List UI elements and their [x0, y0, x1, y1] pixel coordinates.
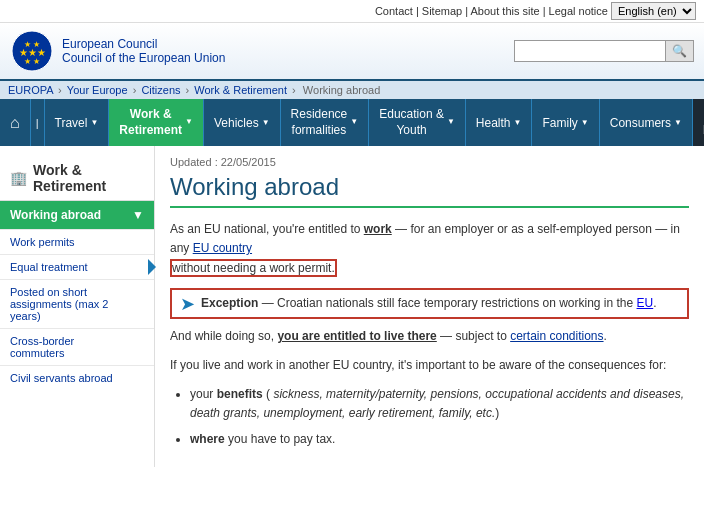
nav-work-retirement[interactable]: Work &Retirement ▼: [109, 99, 204, 146]
sidebar-posted-assignments[interactable]: Posted on shortassignments (max 2years): [0, 279, 154, 328]
nav-health[interactable]: Health ▼: [466, 99, 533, 146]
logo-area: ★★★ ★ ★ ★ ★ European Council Council of …: [10, 29, 225, 73]
page-title: Working abroad: [170, 173, 689, 208]
eu-link[interactable]: EU: [637, 296, 654, 310]
top-bar: Contact | Sitemap | About this site | Le…: [0, 0, 704, 23]
sidebar: 🏢 Work &Retirement Working abroad ▼ Work…: [0, 146, 155, 467]
main-layout: 🏢 Work &Retirement Working abroad ▼ Work…: [0, 146, 704, 467]
svg-text:★ ★: ★ ★: [24, 57, 40, 66]
work-arrow: ▼: [185, 117, 193, 127]
bullet-benefits: your benefits ( sickness, maternity/pate…: [190, 385, 689, 423]
sidebar-equal-treatment[interactable]: Equal treatment: [0, 254, 154, 279]
sidebar-icon: 🏢: [10, 170, 27, 186]
residence-arrow: ▼: [350, 117, 358, 127]
bullet-tax: where you have to pay tax.: [190, 430, 689, 449]
para1-bold: work: [364, 222, 392, 236]
sidebar-work-permits[interactable]: Work permits: [0, 229, 154, 254]
vehicles-arrow: ▼: [262, 118, 270, 127]
navbar: ⌂ | Travel ▼ Work &Retirement ▼ Vehicles…: [0, 99, 704, 146]
about-link[interactable]: About this site: [471, 5, 540, 17]
sidebar-title: 🏢 Work &Retirement: [0, 156, 154, 200]
exception-text: Exception — Croatian nationals still fac…: [201, 294, 657, 312]
consumers-arrow: ▼: [674, 118, 682, 127]
eu-logo: ★★★ ★ ★ ★ ★: [10, 29, 54, 73]
paragraph-3: If you live and work in another EU count…: [170, 356, 689, 375]
education-arrow: ▼: [447, 117, 455, 127]
search-input[interactable]: [515, 41, 665, 61]
nav-consumers[interactable]: Consumers ▼: [600, 99, 693, 146]
eu-country-link[interactable]: EU country: [193, 241, 252, 255]
para2-bold: you are entitled to live there: [277, 329, 436, 343]
paragraph-1: As an EU national, you're entitled to wo…: [170, 220, 689, 278]
bullet-list: your benefits ( sickness, maternity/pate…: [190, 385, 689, 449]
family-arrow: ▼: [581, 118, 589, 127]
para1-pre: As an EU national, you're entitled to: [170, 222, 364, 236]
nav-family[interactable]: Family ▼: [532, 99, 599, 146]
sitemap-link[interactable]: Sitemap: [422, 5, 462, 17]
paragraph-2: And while doing so, you are entitled to …: [170, 327, 689, 346]
contact-link[interactable]: Contact: [375, 5, 413, 17]
nav-doing-business[interactable]: Doingbusiness ▶: [693, 99, 704, 146]
org-line1: European Council: [62, 37, 225, 51]
header: ★★★ ★ ★ ★ ★ European Council Council of …: [0, 23, 704, 81]
sidebar-civil-servants[interactable]: Civil servants abroad: [0, 365, 154, 390]
breadcrumb: EUROPA › Your Europe › Citizens › Work &…: [0, 81, 704, 99]
nav-travel[interactable]: Travel ▼: [45, 99, 110, 146]
breadcrumb-citizens[interactable]: Citizens: [141, 84, 180, 96]
travel-arrow: ▼: [90, 118, 98, 127]
no-work-permit-highlight: without needing a work permit.: [170, 259, 337, 277]
sidebar-arrow-indicator: [148, 259, 156, 275]
content-area: Updated : 22/05/2015 Working abroad As a…: [155, 146, 704, 467]
nav-education[interactable]: Education &Youth ▼: [369, 99, 466, 146]
org-name: European Council Council of the European…: [62, 37, 225, 65]
breadcrumb-europa[interactable]: EUROPA: [8, 84, 53, 96]
breadcrumb-current: Working abroad: [303, 84, 380, 96]
search-box: 🔍: [514, 40, 694, 62]
breadcrumb-work[interactable]: Work & Retirement: [194, 84, 287, 96]
breadcrumb-your-europe[interactable]: Your Europe: [67, 84, 128, 96]
nav-home-button[interactable]: ⌂: [0, 99, 31, 146]
nav-vehicles[interactable]: Vehicles ▼: [204, 99, 281, 146]
exception-arrow-icon: ➤: [180, 295, 195, 313]
svg-text:★ ★: ★ ★: [24, 40, 40, 49]
updated-date: Updated : 22/05/2015: [170, 156, 689, 168]
legal-link[interactable]: Legal notice: [549, 5, 608, 17]
org-line2: Council of the European Union: [62, 51, 225, 65]
health-arrow: ▼: [514, 118, 522, 127]
certain-conditions-link[interactable]: certain conditions: [510, 329, 603, 343]
language-select[interactable]: English (en): [611, 2, 696, 20]
search-button[interactable]: 🔍: [665, 41, 693, 61]
sidebar-cross-border[interactable]: Cross-bordercommuters: [0, 328, 154, 365]
sidebar-working-abroad[interactable]: Working abroad ▼: [0, 200, 154, 229]
exception-box: ➤ Exception — Croatian nationals still f…: [170, 288, 689, 319]
nav-residence[interactable]: Residenceformalities ▼: [281, 99, 370, 146]
